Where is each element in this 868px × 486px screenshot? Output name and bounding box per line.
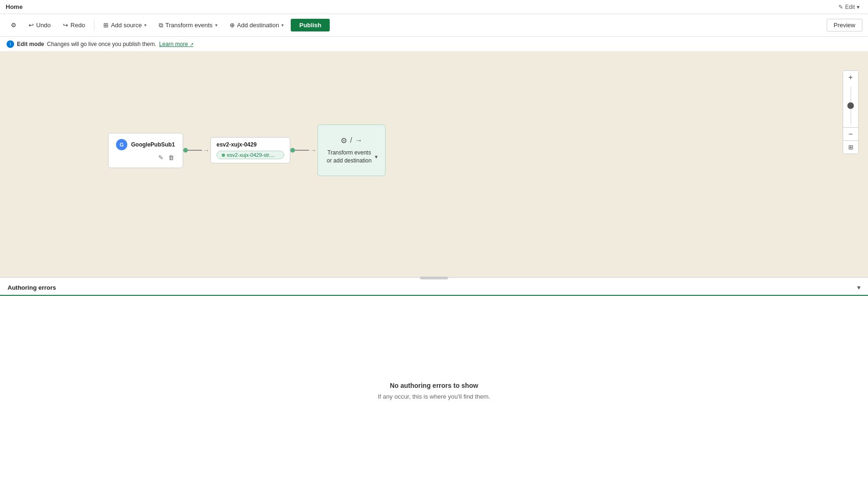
redo-icon: ↪ bbox=[63, 22, 68, 29]
add-destination-icon: ⊕ bbox=[230, 22, 235, 29]
learn-more-link[interactable]: Learn more ↗ bbox=[159, 41, 194, 47]
zoom-in-button[interactable]: + bbox=[843, 71, 858, 84]
transform-node-icons: ⚙ / → bbox=[341, 136, 362, 145]
add-destination-button[interactable]: ⊕ Add destination ▾ bbox=[225, 19, 289, 31]
undo-button[interactable]: ↩ Undo bbox=[23, 19, 56, 31]
source-delete-button[interactable]: 🗑 bbox=[167, 153, 175, 162]
connector-dot-2 bbox=[290, 148, 295, 153]
connector-arrow-1: → bbox=[203, 147, 209, 154]
bottom-panel: Authoring errors ▾ No authoring errors t… bbox=[0, 277, 868, 486]
source-node-title: GooglePubSub1 bbox=[131, 141, 175, 148]
connector-line-1 bbox=[188, 150, 202, 151]
transform-export-icon: → bbox=[355, 136, 363, 145]
connector-1: → bbox=[183, 147, 210, 154]
source-node-actions: ✎ 🗑 bbox=[116, 153, 175, 162]
zoom-slider-container bbox=[843, 84, 858, 127]
resize-handle[interactable] bbox=[420, 277, 448, 279]
connector-2: → bbox=[290, 147, 318, 154]
transform-separator: / bbox=[350, 136, 352, 145]
transform-chevron-icon: ▾ bbox=[375, 154, 378, 160]
toolbar-divider-1 bbox=[94, 20, 94, 31]
info-icon: i bbox=[7, 40, 14, 48]
flow-container: G GooglePubSub1 ✎ 🗑 → esv2-xujx-0429 bbox=[108, 124, 386, 176]
transform-node[interactable]: ⚙ / → Transform events or add destinatio… bbox=[318, 124, 386, 176]
fit-icon: ⊞ bbox=[848, 144, 853, 151]
edit-chevron-icon: ▾ bbox=[857, 4, 860, 10]
source-node-header: G GooglePubSub1 bbox=[116, 139, 175, 150]
zoom-slider-track bbox=[851, 87, 851, 124]
add-source-icon: ⊞ bbox=[103, 22, 108, 29]
title-bar: Home ✎ Edit ▾ bbox=[0, 0, 868, 14]
edit-label: Edit bbox=[845, 4, 855, 10]
add-source-label: Add source bbox=[111, 22, 142, 29]
transform-events-button[interactable]: ⧉ Transform events ▾ bbox=[154, 19, 223, 32]
stream-node[interactable]: esv2-xujx-0429 esv2-xujx-0429-str.... bbox=[210, 137, 290, 163]
bottom-panel-title: Authoring errors bbox=[8, 284, 56, 291]
no-errors-subtext: If any occur, this is where you'll find … bbox=[378, 393, 490, 400]
zoom-out-button[interactable]: − bbox=[843, 127, 858, 140]
add-source-button[interactable]: ⊞ Add source ▾ bbox=[98, 19, 152, 31]
add-destination-label: Add destination bbox=[237, 22, 279, 29]
transform-label-row: Transform events or add destination ▾ bbox=[326, 149, 378, 165]
canvas: G GooglePubSub1 ✎ 🗑 → esv2-xujx-0429 bbox=[0, 52, 868, 277]
fit-button[interactable]: ⊞ bbox=[843, 140, 858, 154]
stream-chip-text: esv2-xujx-0429-str.... bbox=[227, 152, 275, 158]
title-bar-actions: ✎ Edit ▾ bbox=[836, 3, 862, 11]
add-source-chevron-icon: ▾ bbox=[144, 23, 147, 28]
source-node[interactable]: G GooglePubSub1 ✎ 🗑 bbox=[108, 133, 183, 168]
edit-pencil-icon: ✎ bbox=[838, 4, 843, 10]
edit-banner: i Edit mode Changes will go live once yo… bbox=[0, 37, 868, 52]
learn-more-text: Learn more bbox=[159, 41, 188, 47]
zoom-controls: + − ⊞ bbox=[843, 70, 859, 154]
stream-node-title: esv2-xujx-0429 bbox=[217, 141, 284, 148]
publish-button[interactable]: Publish bbox=[291, 19, 330, 31]
edit-button[interactable]: ✎ Edit ▾ bbox=[836, 3, 862, 11]
edit-mode-message: Changes will go live once you publish th… bbox=[47, 41, 156, 47]
redo-label: Redo bbox=[70, 22, 85, 29]
transform-events-label: Transform events bbox=[165, 22, 213, 29]
transform-events-icon: ⧉ bbox=[159, 22, 163, 29]
add-destination-chevron-icon: ▾ bbox=[281, 23, 284, 28]
transform-node-label: Transform events or add destination bbox=[326, 149, 373, 165]
connector-arrow-2: → bbox=[310, 147, 317, 154]
panel-collapse-button[interactable]: ▾ bbox=[857, 284, 860, 291]
settings-button[interactable]: ⚙ bbox=[6, 19, 22, 31]
bottom-panel-header: Authoring errors ▾ bbox=[0, 278, 868, 296]
zoom-thumb bbox=[847, 102, 854, 109]
connector-line-2 bbox=[295, 150, 309, 151]
bottom-panel-content: No authoring errors to show If any occur… bbox=[0, 296, 868, 486]
edit-mode-label: Edit mode bbox=[17, 41, 44, 47]
stream-chip-dot bbox=[222, 154, 225, 157]
undo-label: Undo bbox=[36, 22, 51, 29]
transform-events-chevron-icon: ▾ bbox=[215, 23, 217, 28]
page-title: Home bbox=[6, 3, 23, 10]
connector-dot-1 bbox=[183, 148, 188, 153]
undo-icon: ↩ bbox=[29, 22, 34, 29]
external-link-icon: ↗ bbox=[190, 42, 194, 47]
trash-icon: 🗑 bbox=[168, 154, 174, 161]
no-errors-text: No authoring errors to show bbox=[390, 382, 478, 389]
stream-chip: esv2-xujx-0429-str.... bbox=[217, 151, 284, 159]
google-pubsub-icon: G bbox=[116, 139, 127, 150]
transform-gear-icon: ⚙ bbox=[341, 136, 347, 145]
preview-button[interactable]: Preview bbox=[827, 19, 862, 31]
toolbar: ⚙ ↩ Undo ↪ Redo ⊞ Add source ▾ ⧉ Transfo… bbox=[0, 14, 868, 37]
redo-button[interactable]: ↪ Redo bbox=[58, 19, 90, 31]
settings-icon: ⚙ bbox=[11, 22, 16, 29]
main-area: G GooglePubSub1 ✎ 🗑 → esv2-xujx-0429 bbox=[0, 52, 868, 486]
source-edit-button[interactable]: ✎ bbox=[157, 153, 164, 162]
